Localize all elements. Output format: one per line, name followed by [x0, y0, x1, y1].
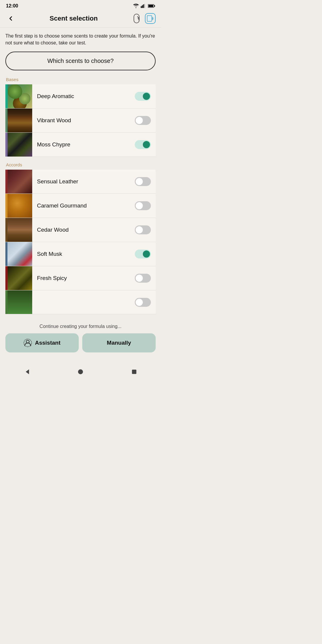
assistant-icon: [24, 339, 32, 347]
scent-item-partial[interactable]: [5, 290, 156, 314]
scent-image-cedar-wood: [7, 218, 32, 242]
svg-rect-14: [132, 370, 137, 374]
scent-item-fresh-spicy[interactable]: Fresh Spicy: [5, 266, 156, 290]
accords-list: Sensual Leather Caramel Gourmand: [5, 170, 156, 314]
color-bar-vibrant-wood: [5, 109, 7, 132]
main-content: The first step is to choose some scents …: [0, 28, 161, 314]
svg-rect-1: [142, 5, 143, 8]
color-bar-partial: [5, 290, 7, 314]
scent-image-fresh-spicy: [7, 266, 32, 290]
scent-image-caramel-gourmand: [7, 194, 32, 218]
scent-item-sensual-leather[interactable]: Sensual Leather: [5, 170, 156, 194]
assistant-label: Assistant: [35, 340, 61, 346]
color-bar-caramel-gourmand: [5, 194, 7, 218]
scent-item-vibrant-wood[interactable]: Vibrant Wood: [5, 109, 156, 133]
scent-item-deep-aromatic[interactable]: Deep Aromatic: [5, 84, 156, 109]
toggle-fresh-spicy[interactable]: [135, 274, 151, 283]
device-tablet-button[interactable]: [145, 13, 156, 24]
scent-image-deep-aromatic: [7, 84, 32, 108]
manually-label: Manually: [107, 340, 131, 346]
action-buttons: Assistant Manually: [5, 333, 156, 352]
scent-thumbnail-sensual-leather: [5, 170, 32, 193]
header: Scent selection: [0, 11, 161, 28]
scent-thumbnail-deep-aromatic: [5, 84, 32, 108]
color-bar-sensual-leather: [5, 170, 7, 193]
toggle-sensual-leather[interactable]: [135, 177, 151, 186]
svg-rect-9: [148, 16, 151, 20]
color-bar-soft-musk: [5, 242, 7, 266]
bases-section-label: Bases: [5, 77, 156, 82]
signal-icon: [141, 4, 146, 8]
color-bar-fresh-spicy: [5, 266, 7, 290]
header-actions: [131, 13, 156, 24]
scent-name-caramel-gourmand: Caramel Gourmand: [32, 202, 135, 209]
scent-item-cedar-wood[interactable]: Cedar Wood: [5, 218, 156, 242]
scent-name-cedar-wood: Cedar Wood: [32, 227, 135, 233]
scent-image-moss-chypre: [7, 133, 32, 157]
toggle-vibrant-wood[interactable]: [135, 116, 151, 125]
toggle-moss-chypre[interactable]: [135, 140, 151, 149]
scent-image-soft-musk: [7, 242, 32, 266]
choose-scents-button[interactable]: Which scents to choose?: [5, 52, 156, 70]
toggle-cedar-wood[interactable]: [135, 225, 151, 234]
description-text: The first step is to choose some scents …: [5, 32, 156, 46]
assistant-button[interactable]: Assistant: [5, 333, 79, 352]
battery-icon: [148, 4, 155, 8]
device-capsule-button[interactable]: [131, 13, 142, 24]
scent-item-soft-musk[interactable]: Soft Musk: [5, 242, 156, 266]
scent-thumbnail-moss-chypre: [5, 133, 32, 157]
status-icons: [133, 4, 155, 8]
scent-name-deep-aromatic: Deep Aromatic: [32, 93, 135, 100]
scent-name-moss-chypre: Moss Chypre: [32, 141, 135, 148]
wifi-icon: [133, 4, 139, 8]
svg-rect-0: [141, 6, 142, 8]
scent-thumbnail-vibrant-wood: [5, 109, 32, 132]
nav-home-button[interactable]: [73, 364, 88, 379]
color-bar-moss-chypre: [5, 133, 7, 157]
nav-back-button[interactable]: [19, 364, 34, 379]
bottom-section: Continue creating your formula using... …: [0, 320, 161, 361]
scent-thumbnail-fresh-spicy: [5, 266, 32, 290]
page-title: Scent selection: [16, 15, 131, 22]
svg-rect-2: [143, 4, 144, 8]
scent-name-fresh-spicy: Fresh Spicy: [32, 275, 135, 281]
color-bar-cedar-wood: [5, 218, 7, 242]
nav-bar: [0, 361, 161, 385]
color-bar-deep-aromatic: [5, 84, 7, 108]
toggle-deep-aromatic[interactable]: [135, 92, 151, 101]
svg-rect-5: [154, 5, 155, 7]
scent-thumbnail-caramel-gourmand: [5, 194, 32, 218]
scent-name-soft-musk: Soft Musk: [32, 251, 135, 257]
svg-rect-3: [144, 4, 145, 8]
bases-list: Deep Aromatic Vibrant Wood: [5, 84, 156, 157]
back-button[interactable]: [5, 13, 16, 24]
svg-point-13: [78, 369, 83, 374]
toggle-caramel-gourmand[interactable]: [135, 201, 151, 210]
status-time: 12:00: [6, 3, 18, 9]
manually-button[interactable]: Manually: [82, 333, 156, 352]
scent-image-partial: [7, 290, 32, 314]
nav-recent-button[interactable]: [127, 364, 142, 379]
continue-text: Continue creating your formula using...: [5, 324, 156, 329]
scent-item-caramel-gourmand[interactable]: Caramel Gourmand: [5, 194, 156, 218]
scent-item-moss-chypre[interactable]: Moss Chypre: [5, 133, 156, 157]
scent-thumbnail-partial: [5, 290, 32, 314]
scent-name-sensual-leather: Sensual Leather: [32, 178, 135, 185]
scent-image-sensual-leather: [7, 170, 32, 193]
svg-rect-6: [148, 5, 153, 7]
scent-image-vibrant-wood: [7, 109, 32, 132]
scent-name-vibrant-wood: Vibrant Wood: [32, 117, 135, 124]
accords-section-label: Accords: [5, 162, 156, 167]
scent-thumbnail-soft-musk: [5, 242, 32, 266]
svg-marker-12: [26, 369, 29, 374]
toggle-soft-musk[interactable]: [135, 250, 151, 258]
status-bar: 12:00: [0, 0, 161, 11]
toggle-partial[interactable]: [135, 298, 151, 307]
scent-thumbnail-cedar-wood: [5, 218, 32, 242]
